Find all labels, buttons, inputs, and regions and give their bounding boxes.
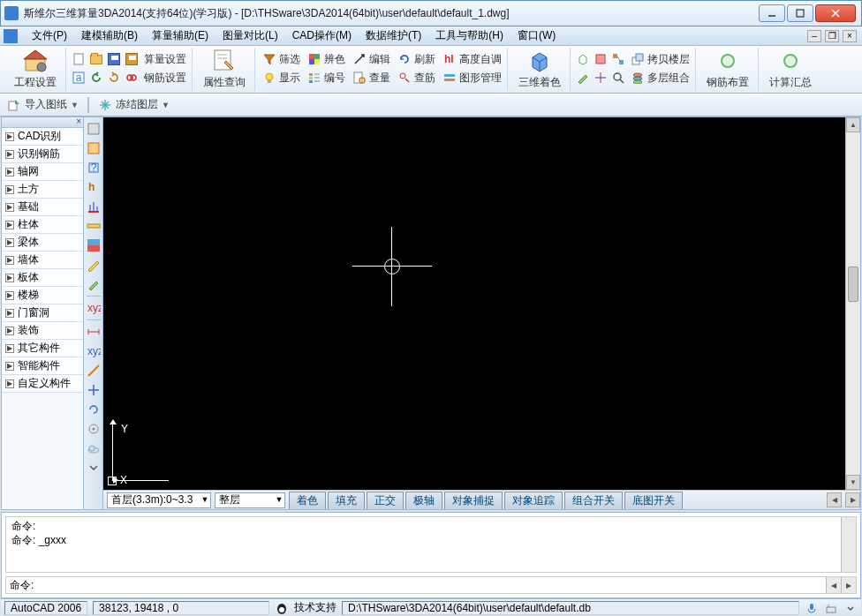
number-button[interactable]: 编号 [306, 70, 347, 86]
rebar-icon[interactable] [125, 71, 139, 85]
vtool-brush-icon[interactable] [86, 276, 102, 292]
vtool-xyz2-icon[interactable]: xyz [86, 343, 102, 359]
panel-close-icon[interactable]: × [76, 116, 81, 126]
multi-floor-button[interactable]: 多层组合 [629, 70, 692, 86]
expand-arrow-icon[interactable]: ▶ [5, 327, 14, 335]
filter-button[interactable]: 筛选 [261, 51, 302, 68]
expand-arrow-icon[interactable]: ▶ [5, 256, 14, 265]
vtool-1[interactable] [86, 121, 102, 137]
canvas-viewport[interactable]: Y X ▲ ▼ [103, 117, 860, 490]
edit-button[interactable]: 编辑 [351, 51, 392, 68]
tree-item-8[interactable]: ▶板体 [2, 269, 83, 287]
expand-arrow-icon[interactable]: ▶ [5, 274, 14, 282]
tree-item-7[interactable]: ▶墙体 [2, 252, 83, 269]
attr-query-button[interactable]: 属性查询 [198, 47, 251, 92]
vtool-rotate-icon[interactable] [86, 402, 102, 417]
expand-icon[interactable] [843, 601, 858, 615]
measure-button[interactable]: 查量 [351, 70, 392, 86]
expand-arrow-icon[interactable]: ▶ [5, 379, 14, 388]
tree-item-11[interactable]: ▶装饰 [2, 322, 83, 340]
redo-icon[interactable] [107, 71, 121, 85]
auto-height-button[interactable]: hI高度自调 [441, 51, 503, 68]
save-icon[interactable] [107, 52, 121, 66]
mdi-close-button[interactable]: × [843, 30, 857, 42]
undo-icon[interactable] [89, 71, 103, 85]
expand-arrow-icon[interactable]: ▶ [5, 362, 14, 371]
tree-item-5[interactable]: ▶柱体 [2, 216, 83, 234]
import-drawing-button[interactable]: 导入图纸 ▼ [7, 97, 79, 112]
calc-summary-button[interactable]: 计算汇总 [764, 47, 817, 92]
refresh-button[interactable]: 刷新 [396, 51, 437, 68]
rebar-check-button[interactable]: 查筋 [396, 70, 437, 86]
floor-select[interactable]: 首层(3.3m):0~3.3▼ [107, 492, 211, 508]
vtool-move-icon[interactable] [86, 382, 102, 398]
shade3d-button[interactable]: 三维着色 [513, 47, 566, 92]
tree-item-1[interactable]: ▶识别钢筋 [2, 146, 83, 163]
vtool-dim-icon[interactable] [86, 324, 102, 340]
vtool-palette-icon[interactable] [86, 237, 102, 253]
vtool-line-icon[interactable] [86, 363, 102, 379]
mode-tab-7[interactable]: 底图开关 [624, 492, 683, 509]
mode-tab-1[interactable]: 填充 [328, 492, 365, 509]
mdi-restore-button[interactable]: ❐ [825, 30, 839, 42]
new-icon[interactable] [72, 52, 86, 66]
scroll-down-button[interactable]: ▼ [846, 475, 860, 490]
menu-window[interactable]: 窗口(W) [510, 26, 563, 45]
tree-item-6[interactable]: ▶梁体 [2, 234, 83, 252]
component-tree-icon[interactable] [611, 52, 625, 66]
axis-icon[interactable] [594, 71, 608, 85]
tree-item-12[interactable]: ▶其它构件 [2, 340, 83, 357]
mode-tab-5[interactable]: 对象追踪 [504, 492, 563, 509]
freeze-layer-button[interactable]: 冻结图层 ▼ [98, 97, 170, 112]
vtool-more-icon[interactable] [86, 460, 102, 476]
rebar-layout-button[interactable]: 钢筋布置 [701, 47, 754, 92]
expand-arrow-icon[interactable]: ▶ [5, 185, 14, 194]
app-menu-icon[interactable] [4, 29, 18, 43]
tree-item-9[interactable]: ▶楼梯 [2, 287, 83, 304]
close-button[interactable] [815, 4, 856, 22]
hscroll-left-button[interactable]: ◀ [827, 492, 842, 507]
a-icon[interactable]: a [72, 71, 86, 85]
copy-floor-button[interactable]: 拷贝楼层 [629, 51, 692, 68]
menu-data[interactable]: 数据维护(T) [359, 26, 428, 45]
menu-model-aux[interactable]: 建模辅助(B) [74, 26, 145, 45]
vtool-cloud-icon[interactable] [86, 440, 102, 456]
mode-tab-6[interactable]: 组合开关 [564, 492, 623, 509]
vtool-focus-icon[interactable] [86, 421, 102, 437]
zoom-icon[interactable] [611, 71, 625, 85]
vtool-ruler-icon[interactable] [86, 218, 102, 234]
open-icon[interactable] [89, 52, 103, 66]
mode-tab-0[interactable]: 着色 [289, 492, 326, 509]
expand-arrow-icon[interactable]: ▶ [5, 203, 14, 212]
cmd-hscroll-left[interactable]: ◀ [826, 577, 841, 593]
tree-item-14[interactable]: ▶自定义构件 [2, 375, 83, 393]
tree-item-3[interactable]: ▶土方 [2, 181, 83, 199]
vtool-2[interactable] [86, 140, 102, 156]
expand-arrow-icon[interactable]: ▶ [5, 291, 14, 300]
vtool-3[interactable]: ? [86, 160, 102, 176]
save-as-icon[interactable] [125, 52, 139, 66]
show-button[interactable]: 显示 [261, 70, 302, 86]
minimize-button[interactable] [759, 4, 785, 22]
expand-arrow-icon[interactable]: ▶ [5, 132, 14, 141]
menu-tools[interactable]: 工具与帮助(H) [428, 26, 510, 45]
expand-arrow-icon[interactable]: ▶ [5, 168, 14, 177]
mdi-min-button[interactable]: – [807, 30, 821, 42]
cmd-vscroll[interactable] [841, 517, 856, 572]
hscroll-right-button[interactable]: ▶ [845, 492, 860, 507]
vtool-xyz-icon[interactable]: xyz [86, 300, 102, 316]
command-history[interactable]: 命令: 命令: _gxxx [5, 516, 857, 573]
wireframe-icon[interactable] [576, 52, 590, 66]
project-settings-button[interactable]: 工程设置 [9, 47, 62, 92]
tech-support-label[interactable]: 技术支持 [294, 600, 336, 615]
tree-item-4[interactable]: ▶基础 [2, 199, 83, 216]
menu-file[interactable]: 文件(P) [25, 26, 74, 45]
identify-button[interactable]: 辨色 [306, 51, 347, 68]
qq-icon[interactable] [275, 601, 289, 615]
mic-icon[interactable] [805, 601, 819, 615]
brush-icon[interactable] [576, 71, 590, 85]
layer-mgmt-button[interactable]: 图形管理 [441, 70, 503, 86]
qty-settings-button[interactable]: 算量设置 [142, 51, 188, 68]
menu-compare[interactable]: 图量对比(L) [216, 26, 285, 45]
rebar-settings-button[interactable]: 钢筋设置 [142, 70, 188, 86]
